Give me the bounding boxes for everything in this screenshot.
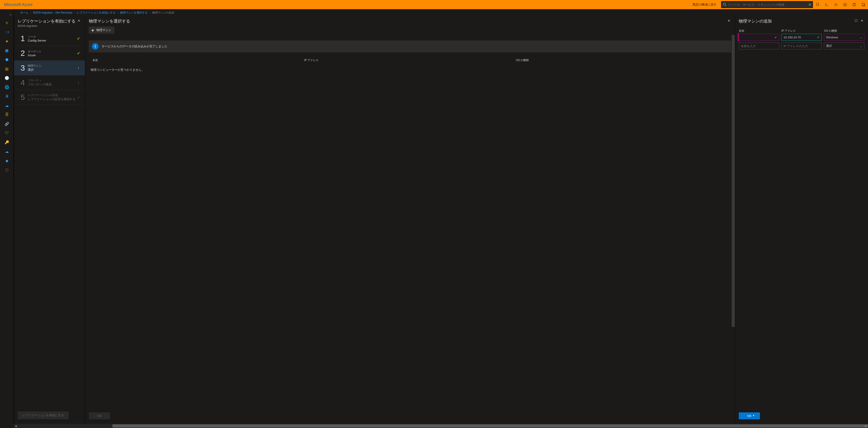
- leftrail-virtual-machines[interactable]: 🖥: [2, 92, 11, 101]
- chevron-right-icon: ›: [149, 11, 150, 14]
- scrollbar-thumb[interactable]: [113, 424, 868, 428]
- blade-enable-replication: レプリケーションを有効にする W2K8-migration ✕ 1 ソース Co…: [14, 16, 85, 424]
- os-field-2[interactable]: 選択 ⌄: [824, 42, 864, 49]
- blade1-subtitle: W2K8-migration: [18, 24, 76, 28]
- topbar-icons: [813, 0, 868, 9]
- breadcrumb-select[interactable]: 物理マシンを選択する: [120, 11, 148, 15]
- machines-table-header: 名前 IP アドレス OS の種類: [85, 57, 735, 64]
- col-ip: IP アドレス: [304, 58, 516, 62]
- chevron-right-icon: ›: [76, 95, 81, 99]
- directory-icon[interactable]: [859, 0, 868, 9]
- os-field-1[interactable]: Windows ⌄: [824, 34, 864, 41]
- azure-logo[interactable]: Microsoft Azure: [0, 2, 37, 7]
- check-icon: ✔: [76, 51, 81, 56]
- search-icon: [723, 2, 726, 7]
- scrollbar-vertical[interactable]: [732, 35, 735, 409]
- svg-point-4: [843, 3, 847, 6]
- name-input-2[interactable]: [741, 44, 777, 48]
- global-search-input[interactable]: [728, 3, 806, 6]
- chevron-right-icon: ›: [76, 81, 81, 85]
- form-row-1: ✔ 10.150.24.70 ✔ Windows ⌄: [735, 33, 868, 41]
- scrollbar-horizontal[interactable]: ◀ ▶: [14, 424, 868, 428]
- wizard-step-machines[interactable]: 3 物理マシン 選択 ›: [14, 61, 85, 75]
- breadcrumb: ホーム › W2K8-migration - Site Recovery › レ…: [0, 9, 868, 16]
- info-text: サービスからのデータの読み込みが完了しました: [102, 44, 167, 49]
- form-row-2: 選択 ⌄: [735, 41, 868, 50]
- leftrail-sql[interactable]: 🗄: [2, 110, 11, 119]
- wizard-step-replication-settings[interactable]: 5 レプリケーションの設定 レプリケーションの設定を構成する ›: [14, 90, 85, 105]
- svg-point-3: [835, 4, 837, 5]
- breadcrumb-vault[interactable]: W2K8-migration - Site Recovery: [33, 11, 72, 14]
- leftrail-web[interactable]: 🌐: [2, 83, 11, 91]
- col-os: OS の種類: [516, 58, 727, 62]
- leftrail-create[interactable]: ＋: [2, 18, 11, 27]
- blade-select-machines: 物理マシンを選択する ✕ ＋ 物理マシン i サービスからのデータの読み込みが完…: [85, 16, 735, 424]
- svg-point-6: [845, 4, 846, 5]
- feedback-icon[interactable]: [840, 0, 850, 9]
- ip-input-2[interactable]: [783, 44, 820, 48]
- check-icon: ✔: [775, 36, 777, 39]
- reset-link[interactable]: 既定の構成に戻す: [693, 2, 716, 7]
- blade-add-machine: 物理マシンの追加 ☐ ✕ 名前 IP アドレス OS の種類 ✔ 10.150.…: [735, 16, 868, 424]
- leftrail-expand[interactable]: »: [0, 11, 14, 18]
- chevron-down-icon: ⌄: [860, 44, 862, 48]
- blade1-close-icon[interactable]: ✕: [76, 18, 81, 23]
- blade2-ok-button[interactable]: OK: [89, 412, 110, 419]
- cloud-shell-icon[interactable]: [822, 0, 831, 9]
- name-field-1[interactable]: ✔: [739, 34, 779, 41]
- svg-rect-9: [862, 3, 864, 6]
- leftrail-functions[interactable]: 🔗: [2, 119, 11, 128]
- leftrail-azure-ad[interactable]: ◆: [2, 156, 11, 165]
- global-search[interactable]: ✕: [721, 1, 813, 8]
- name-input-1[interactable]: [741, 36, 775, 39]
- enable-replication-button[interactable]: レプリケーションを有効にする: [18, 411, 69, 419]
- help-icon[interactable]: [850, 0, 859, 9]
- leftrail-storage[interactable]: ☁: [2, 101, 11, 110]
- blade3-close-icon[interactable]: ✕: [860, 18, 864, 23]
- breadcrumb-enable[interactable]: レプリケーションを有効にする: [77, 11, 116, 15]
- leftrail-security[interactable]: 🛡: [2, 129, 11, 137]
- leftrail-app-services[interactable]: ▤: [2, 64, 11, 73]
- leftrail-recent[interactable]: 🕓: [2, 74, 11, 82]
- clear-search-icon[interactable]: ✕: [808, 2, 811, 7]
- notifications-icon[interactable]: [813, 0, 822, 9]
- blade1-title: レプリケーションを有効にする: [18, 18, 76, 24]
- chevron-right-icon: ›: [30, 11, 31, 14]
- blade3-title: 物理マシンの追加: [739, 18, 854, 24]
- leftrail-favorites[interactable]: ★: [2, 37, 11, 46]
- wizard-step-properties[interactable]: 4 プロパティ プロパティの構成 ›: [14, 75, 85, 90]
- scroll-left-icon[interactable]: ◀: [14, 424, 18, 428]
- form-header: 名前 IP アドレス OS の種類: [735, 28, 868, 33]
- blade2-close-icon[interactable]: ✕: [726, 18, 731, 23]
- add-physical-machine-button[interactable]: ＋ 物理マシン: [89, 27, 114, 33]
- svg-point-5: [844, 4, 845, 5]
- top-bar: Microsoft Azure 既定の構成に戻す ✕: [0, 0, 868, 9]
- ip-field-2[interactable]: [781, 42, 822, 49]
- left-nav-rail: » ＋ ⋮≡ ★ ▦ ⬢ ▤ 🕓 🌐 🖥 ☁ 🗄 🔗 🛡 🔑 ☁ ◆ ⬡: [0, 9, 14, 424]
- ip-field-1[interactable]: 10.150.24.70 ✔: [781, 34, 822, 41]
- settings-icon[interactable]: [831, 0, 840, 9]
- svg-line-1: [725, 5, 726, 6]
- ip-value-1: 10.150.24.70: [783, 36, 801, 39]
- form-col-ip: IP アドレス: [781, 29, 822, 33]
- blade2-title: 物理マシンを選択する: [89, 18, 726, 24]
- leftrail-dashboards[interactable]: ▦: [2, 46, 11, 55]
- leftrail-resource-groups[interactable]: ⬢: [2, 55, 11, 64]
- chevron-down-icon: ⌄: [860, 36, 862, 39]
- wizard-step-target[interactable]: 2 ターゲット Azure ✔: [14, 46, 85, 61]
- leftrail-monitor[interactable]: ⬡: [2, 165, 11, 174]
- chevron-right-icon: ›: [117, 11, 118, 14]
- info-bar: i サービスからのデータの読み込みが完了しました: [89, 40, 731, 52]
- breadcrumb-home[interactable]: ホーム: [20, 11, 28, 15]
- breadcrumb-current: 物理マシンの追加: [152, 11, 174, 15]
- wizard-step-source[interactable]: 1 ソース Config-Server ✔: [14, 31, 85, 46]
- blade3-ok-button[interactable]: OK: [739, 412, 760, 419]
- os-value-1: Windows: [826, 36, 838, 39]
- name-field-2[interactable]: [739, 42, 779, 49]
- leftrail-keys[interactable]: 🔑: [2, 138, 11, 147]
- blade3-maximize-icon[interactable]: ☐: [854, 18, 858, 23]
- scroll-right-icon[interactable]: ▶: [864, 424, 868, 428]
- leftrail-all-services[interactable]: ⋮≡: [2, 28, 11, 36]
- leftrail-subscriptions[interactable]: ☁: [2, 147, 11, 156]
- check-icon: ✔: [76, 36, 81, 41]
